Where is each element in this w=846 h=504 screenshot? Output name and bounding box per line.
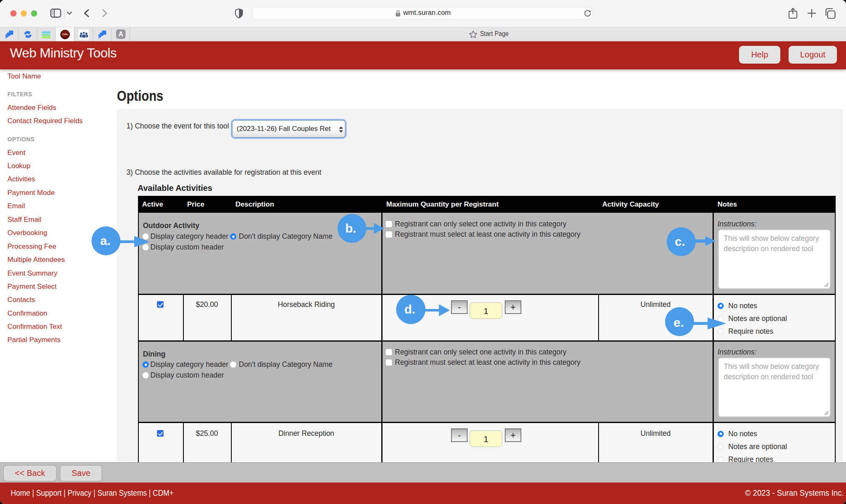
- svg-text:d.: d.: [404, 302, 416, 316]
- svg-text:c.: c.: [675, 235, 685, 248]
- svg-text:a.: a.: [100, 234, 110, 247]
- svg-text:b.: b.: [345, 221, 356, 235]
- svg-text:e.: e.: [673, 316, 684, 329]
